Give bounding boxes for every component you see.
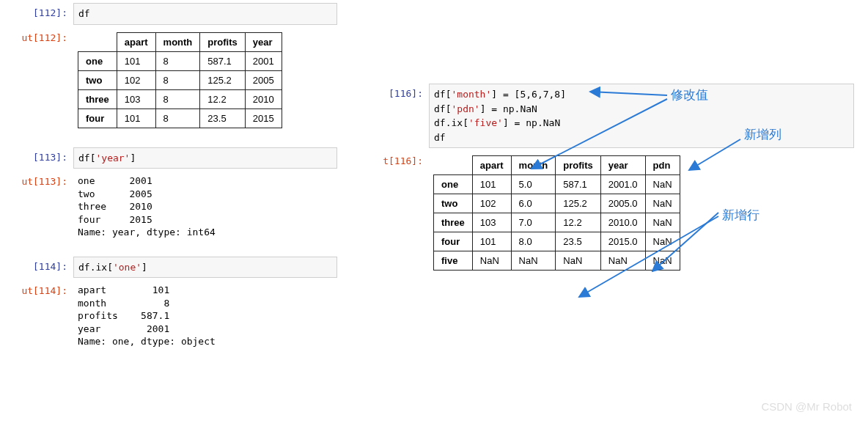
code-cell-114[interactable]: df.ix['one'] xyxy=(73,257,337,279)
code-cell-116[interactable]: df['month'] = [5,6,7,8] df['pdn'] = np.N… xyxy=(429,84,854,148)
table-row: two1028125.22005 xyxy=(78,70,282,89)
prompt-in: [113]: xyxy=(0,147,73,169)
prompt-in: [116]: xyxy=(356,84,429,148)
prompt-out: ut[113]: xyxy=(0,172,73,242)
cell-112-out: ut[112]: apart month profits year one101… xyxy=(0,28,337,133)
table-row: three103812.22010 xyxy=(78,89,282,108)
cell-116-out: t[116]: apart month profits year pdn one… xyxy=(356,151,854,275)
code-cell-112[interactable]: df xyxy=(73,3,337,25)
prompt-out: ut[114]: xyxy=(0,281,73,351)
prompt-in: [114]: xyxy=(0,257,73,279)
code-cell-113[interactable]: df['year'] xyxy=(73,147,337,169)
annotation-modify-value: 修改值 xyxy=(671,87,708,103)
annotation-new-column: 新增列 xyxy=(744,126,781,143)
cell-114-out: ut[114]: apart 101 month 8 profits 587.1… xyxy=(0,281,337,351)
cell-114-in: [114]: df.ix['one'] xyxy=(0,257,337,279)
table-row: two1026.0125.22005.0NaN xyxy=(434,194,680,213)
table-row: fiveNaNNaNNaNNaNNaN xyxy=(434,251,680,271)
dataframe-112: apart month profits year one1018587.1200… xyxy=(78,32,282,128)
table-row: one1015.0587.12001.0NaN xyxy=(434,175,680,194)
table-row: four1018.023.52015.0NaN xyxy=(434,232,680,251)
watermark: CSDN @Mr Robot xyxy=(761,400,852,413)
prompt-out: t[116]: xyxy=(356,151,429,275)
output-114: apart 101 month 8 profits 587.1 year 200… xyxy=(73,281,337,351)
output-113: one 2001 two 2005 three 2010 four 2015 N… xyxy=(73,172,337,242)
cell-112-in: [112]: df xyxy=(0,3,337,25)
annotation-new-row: 新增行 xyxy=(722,207,760,224)
prompt-out: ut[112]: xyxy=(0,28,73,133)
dataframe-116: apart month profits year pdn one1015.058… xyxy=(433,155,680,271)
table-row: one1018587.12001 xyxy=(78,51,282,70)
table-row: four101823.52015 xyxy=(78,108,282,128)
table-row: three1037.012.22010.0NaN xyxy=(434,213,680,232)
cell-113-in: [113]: df['year'] xyxy=(0,147,337,169)
prompt-in: [112]: xyxy=(0,3,73,25)
cell-113-out: ut[113]: one 2001 two 2005 three 2010 fo… xyxy=(0,172,337,242)
